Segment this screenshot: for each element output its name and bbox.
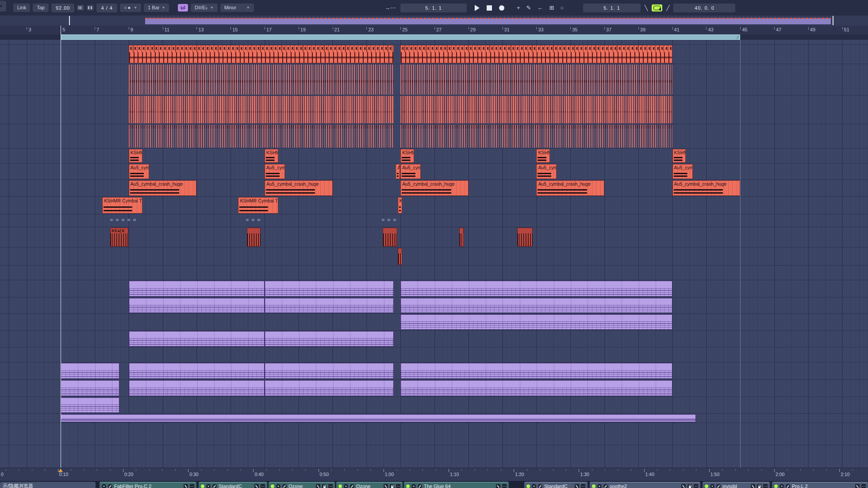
key-toggle-button[interactable]: ♭♯ (178, 4, 188, 11)
more-options-icon[interactable] (502, 484, 507, 488)
audio-clip-grid[interactable]: KKKKKKKKKKKKKKKKKKKKKKKKKKKKKKKKKKKKKKKK… (129, 45, 394, 63)
track-row-midi-chords-b[interactable] (0, 297, 868, 313)
midi-clip[interactable] (129, 331, 265, 347)
audio-clip-fill[interactable] (517, 228, 533, 247)
audio-clip[interactable]: Au5_cym (129, 164, 149, 179)
wrench-icon[interactable] (418, 484, 422, 488)
automation-segment[interactable] (110, 219, 137, 221)
audio-clip[interactable]: KSHM (536, 149, 550, 163)
wrench-icon[interactable] (350, 484, 354, 488)
edit-icon[interactable] (751, 484, 755, 488)
more-options-icon[interactable] (261, 484, 265, 488)
audio-clip[interactable]: K (398, 197, 402, 214)
corner-menu-button[interactable]: ▼ (0, 1, 6, 11)
overview-view-left-marker[interactable] (69, 16, 70, 25)
audio-clip[interactable]: Au5_cymbal_crash_huge (536, 180, 604, 196)
track-row-midi-chords-a[interactable] (0, 280, 868, 297)
follow-arrow-icon[interactable]: →⋯ (383, 4, 398, 11)
audio-clip-grid[interactable]: KKKKKKKKKKKKKKKKKKKKKKKKKKKKKKKKKKKKKKKK… (400, 45, 672, 63)
wrench-icon[interactable] (282, 484, 287, 488)
track-row-empty-row-2[interactable] (0, 347, 868, 362)
audio-clip[interactable]: Au5_cymbal_crash_huge (400, 180, 469, 196)
midi-clip[interactable] (400, 298, 672, 313)
quantize-menu[interactable]: 1 Bar ▼ (144, 4, 169, 12)
midi-clip[interactable] (129, 380, 265, 396)
device-collapse-icon[interactable] (411, 484, 416, 488)
device-chip[interactable]: Ozone (336, 482, 403, 488)
audio-clip-fill[interactable] (247, 228, 261, 247)
scale-menu[interactable]: Minor ▼ (220, 4, 254, 12)
device-collapse-icon[interactable] (276, 484, 280, 488)
more-options-icon[interactable] (861, 484, 866, 488)
device-chip[interactable]: Pro-L 2 (772, 482, 868, 488)
track-row-midi-chords-c[interactable] (0, 313, 868, 330)
audio-clip[interactable]: KSHM (400, 149, 414, 163)
audio-clip[interactable]: Au5_cym (672, 164, 693, 179)
audio-clip-dense[interactable] (400, 125, 672, 148)
link-button[interactable]: Link (13, 4, 30, 12)
audio-clip[interactable]: KSHM (265, 149, 278, 163)
bar-ruler[interactable]: 3579111315171921232527293133353739414345… (0, 26, 868, 34)
nudge-up-button[interactable] (87, 5, 94, 11)
edit-icon[interactable] (575, 484, 579, 488)
audio-clip[interactable]: KSHMR Cymbal Tr (102, 197, 142, 214)
nudge-down-button[interactable] (77, 5, 84, 11)
midi-clip[interactable] (265, 331, 394, 347)
midi-clip[interactable] (61, 397, 119, 413)
device-on-led[interactable] (406, 484, 410, 488)
track-row-kshmr-hits[interactable]: KSHMKSHMKSHMKSHMKSHM (0, 148, 868, 163)
automation-segment[interactable] (382, 219, 398, 221)
time-signature-field[interactable]: 4 / 4 (96, 4, 117, 12)
audio-clip-dense[interactable] (400, 96, 672, 123)
device-chip[interactable]: StandardC (199, 482, 267, 488)
midi-clip[interactable] (400, 380, 672, 396)
audio-clip[interactable]: A (396, 164, 400, 179)
track-row-reverse-crash-fills[interactable]: KS ▸| K (0, 227, 868, 247)
follow-playhead-icon[interactable]: ○ (558, 4, 565, 11)
audio-clip-dense[interactable] (129, 125, 394, 148)
track-row-midi-pad-long[interactable] (0, 413, 868, 423)
play-button[interactable] (475, 5, 480, 11)
track-row-empty-row-4[interactable] (0, 445, 868, 468)
track-row-fill-sliver[interactable] (0, 247, 868, 265)
device-chip[interactable]: The Glue 64 (404, 482, 509, 488)
audio-clip[interactable]: KSHMR Cymbal Tr (238, 197, 278, 214)
midi-clip-thin[interactable] (61, 414, 696, 422)
more-options-icon[interactable] (581, 484, 585, 488)
loop-start-field[interactable]: 5. 1. 1 (583, 4, 641, 12)
track-row-kshmr-chop-grid[interactable]: KKKKKKKKKKKKKKKKKKKKKKKKKKKKKKKKKKKKKKKK… (0, 44, 868, 64)
midi-clip[interactable] (129, 363, 265, 379)
stop-button[interactable] (487, 5, 492, 11)
midi-clip[interactable] (265, 298, 394, 313)
track-row-midi-arp-b[interactable] (0, 379, 868, 396)
edit-icon[interactable] (184, 484, 188, 488)
audio-clip-dense[interactable] (400, 65, 672, 95)
track-row-empty-row-1[interactable] (0, 265, 868, 280)
wrench-icon[interactable] (108, 484, 112, 488)
arrangement-overview[interactable] (0, 15, 868, 27)
draw-mode-icon[interactable]: ✎ (525, 4, 533, 11)
audio-clip[interactable]: KSHM (672, 149, 686, 163)
device-chip[interactable]: FabFilter Pro-C 2 (100, 482, 196, 488)
audio-clip[interactable]: Au5_cym (400, 164, 421, 179)
back-to-arrangement-icon[interactable]: ← (536, 4, 545, 11)
automation-segment[interactable] (246, 219, 261, 221)
edit-icon[interactable] (496, 484, 500, 488)
more-options-icon[interactable] (694, 484, 698, 488)
midi-clip[interactable] (61, 380, 119, 396)
record-button[interactable] (499, 5, 504, 11)
more-options-icon[interactable] (190, 484, 194, 488)
midi-clip[interactable] (400, 281, 672, 297)
tap-tempo-button[interactable]: Tap (33, 4, 49, 12)
lock-icon[interactable] (390, 484, 394, 488)
wrench-icon[interactable] (538, 484, 542, 488)
device-on-led[interactable] (592, 484, 595, 488)
audio-clip[interactable]: Au5_cymbal_crash_huge (265, 180, 333, 196)
midi-clip[interactable] (265, 363, 394, 379)
track-row-au5-cym[interactable]: Au5_cymAu5_cymAAu5_cymAu5_cymAu5_cym (0, 163, 868, 179)
device-on-led[interactable] (526, 484, 530, 488)
audio-clip[interactable]: Au5_cym (536, 164, 557, 179)
wrench-icon[interactable] (716, 484, 721, 488)
key-root-menu[interactable]: D#/E♭ ▼ (191, 4, 218, 12)
midi-clip[interactable] (400, 363, 672, 379)
